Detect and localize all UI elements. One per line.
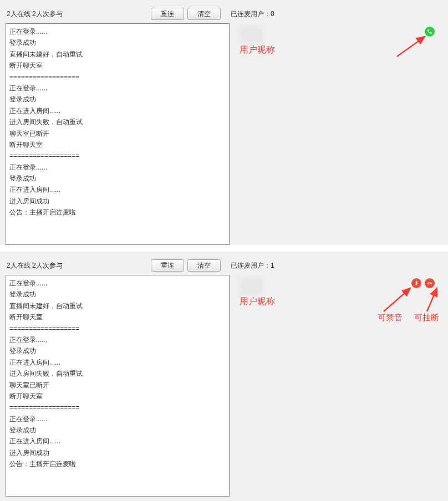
avatar — [240, 278, 263, 295]
log-line: ================== — [9, 402, 226, 413]
body-row: 正在登录......登录成功直播间未建好，自动重试断开聊天室==========… — [6, 23, 442, 245]
reconnect-button[interactable]: 重连 — [151, 8, 184, 20]
log-line: 登录成功 — [9, 37, 226, 48]
log-line: 进入房间失败，自动重试 — [9, 116, 226, 127]
log-line: 断开聊天室 — [9, 60, 226, 71]
online-participant-count: 2人在线 2人次参与 — [7, 9, 151, 19]
call-icon[interactable] — [425, 27, 435, 37]
log-line: 正在登录...... — [9, 413, 226, 425]
user-card: 用户昵称 — [240, 278, 437, 308]
log-line: 进入房间失败，自动重试 — [9, 368, 226, 379]
user-panel: 用户昵称 可禁音 — [230, 275, 442, 497]
log-line: 正在登录...... — [9, 278, 226, 289]
log-line: ================== — [9, 323, 226, 334]
hangup-annotation-label: 可挂断 — [414, 313, 439, 323]
log-line: 正在进入房间...... — [9, 184, 226, 195]
log-line: 正在进入房间...... — [9, 436, 226, 447]
toolbar-buttons: 重连 清空 — [151, 259, 221, 272]
log-box[interactable]: 正在登录......登录成功直播间未建好，自动重试断开聊天室==========… — [6, 23, 230, 245]
log-line: 登录成功 — [9, 289, 226, 300]
call-icons — [425, 27, 435, 37]
toolbar: 2人在线 2人次参与 重连 清空 已连麦用户：1 — [6, 256, 442, 275]
log-line: 断开聊天室 — [9, 139, 226, 150]
body-row: 正在登录......登录成功直播间未建好，自动重试断开聊天室==========… — [6, 275, 442, 497]
log-line: 正在进入房间...... — [9, 105, 226, 116]
log-line: 进入房间成功 — [9, 447, 226, 458]
online-participant-count: 2人在线 2人次参与 — [7, 261, 151, 270]
log-line: 正在登录...... — [9, 334, 226, 345]
panel-during-call: 2人在线 2人次参与 重连 清空 已连麦用户：1 正在登录......登录成功直… — [0, 252, 448, 497]
log-line: 正在登录...... — [9, 26, 226, 37]
clear-button[interactable]: 清空 — [187, 8, 221, 20]
log-line: 断开聊天室 — [9, 311, 226, 323]
log-line: 正在登录...... — [9, 83, 226, 94]
nickname-annotation: 用户昵称 — [240, 44, 437, 56]
hangup-icon[interactable] — [425, 278, 435, 288]
reconnect-button[interactable]: 重连 — [151, 259, 184, 272]
connected-user-count: 已连麦用户：1 — [231, 261, 274, 270]
log-box[interactable]: 正在登录......登录成功直播间未建好，自动重试断开聊天室==========… — [6, 275, 230, 497]
log-line: 正在登录...... — [9, 162, 226, 173]
mute-annotation-label: 可禁音 — [378, 313, 403, 323]
toolbar-buttons: 重连 清空 — [151, 8, 221, 20]
avatar — [240, 27, 263, 43]
user-panel: 用户昵称 — [230, 23, 442, 245]
log-line: 聊天室已断开 — [9, 380, 226, 391]
log-line: 登录成功 — [9, 94, 226, 105]
log-line: ================== — [9, 71, 226, 83]
log-line: 聊天室已断开 — [9, 128, 226, 139]
panel-before-call: 2人在线 2人次参与 重连 清空 已连麦用户：0 正在登录......登录成功直… — [0, 0, 448, 245]
connected-user-count: 已连麦用户：0 — [231, 9, 274, 19]
log-line: 公告：主播开启连麦啦 — [9, 207, 226, 218]
log-line: 公告：主播开启连麦啦 — [9, 458, 226, 469]
call-icons — [411, 278, 435, 288]
clear-button[interactable]: 清空 — [187, 259, 221, 272]
user-card: 用户昵称 — [240, 27, 437, 56]
log-line: 断开聊天室 — [9, 391, 226, 402]
log-line: 直播间未建好，自动重试 — [9, 49, 226, 60]
mute-icon[interactable] — [411, 278, 421, 288]
log-line: ================== — [9, 150, 226, 161]
log-line: 进入房间成功 — [9, 196, 226, 207]
log-line: 登录成功 — [9, 345, 226, 356]
toolbar: 2人在线 2人次参与 重连 清空 已连麦用户：0 — [6, 4, 442, 23]
log-line: 直播间未建好，自动重试 — [9, 300, 226, 311]
nickname-annotation: 用户昵称 — [240, 296, 437, 308]
log-line: 正在进入房间...... — [9, 357, 226, 368]
log-line: 登录成功 — [9, 425, 226, 436]
log-line: 登录成功 — [9, 173, 226, 184]
